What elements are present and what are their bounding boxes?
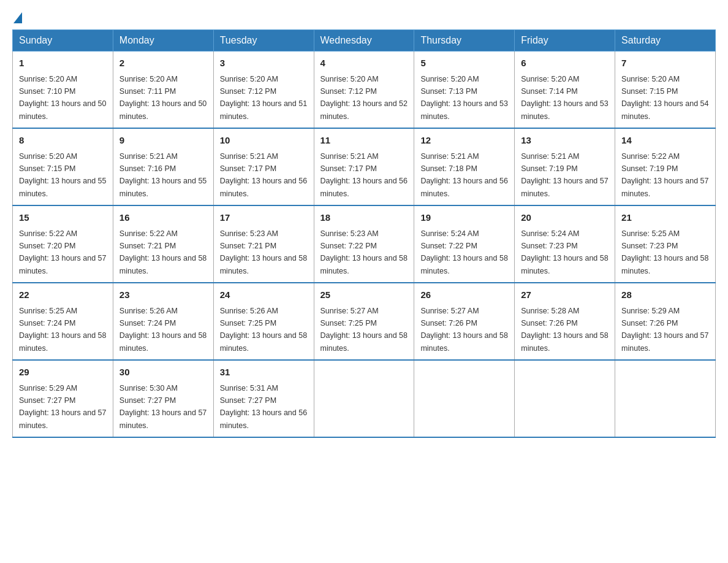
- day-info: Sunrise: 5:20 AMSunset: 7:12 PMDaylight:…: [220, 75, 307, 121]
- calendar-cell: 27 Sunrise: 5:28 AMSunset: 7:26 PMDaylig…: [515, 283, 615, 360]
- calendar-cell: 15 Sunrise: 5:22 AMSunset: 7:20 PMDaylig…: [13, 205, 113, 283]
- calendar-cell: 30 Sunrise: 5:30 AMSunset: 7:27 PMDaylig…: [113, 360, 213, 437]
- calendar-cell: 20 Sunrise: 5:24 AMSunset: 7:23 PMDaylig…: [515, 205, 615, 283]
- calendar-week-2: 8 Sunrise: 5:20 AMSunset: 7:15 PMDayligh…: [13, 128, 716, 205]
- day-number: 28: [621, 288, 709, 302]
- calendar-cell: 17 Sunrise: 5:23 AMSunset: 7:21 PMDaylig…: [213, 205, 314, 283]
- day-info: Sunrise: 5:24 AMSunset: 7:22 PMDaylight:…: [420, 229, 507, 275]
- day-info: Sunrise: 5:31 AMSunset: 7:27 PMDaylight:…: [220, 384, 307, 430]
- day-info: Sunrise: 5:26 AMSunset: 7:25 PMDaylight:…: [220, 307, 307, 353]
- day-info: Sunrise: 5:23 AMSunset: 7:22 PMDaylight:…: [320, 229, 408, 275]
- day-number: 12: [420, 134, 508, 148]
- calendar-week-4: 22 Sunrise: 5:25 AMSunset: 7:24 PMDaylig…: [13, 283, 716, 360]
- calendar-cell: 9 Sunrise: 5:21 AMSunset: 7:16 PMDayligh…: [113, 128, 213, 205]
- day-number: 20: [521, 211, 609, 225]
- calendar-cell: 31 Sunrise: 5:31 AMSunset: 7:27 PMDaylig…: [213, 360, 314, 437]
- calendar-cell: [615, 360, 716, 437]
- day-info: Sunrise: 5:30 AMSunset: 7:27 PMDaylight:…: [119, 384, 207, 430]
- day-number: 21: [621, 211, 709, 225]
- day-info: Sunrise: 5:20 AMSunset: 7:15 PMDaylight:…: [19, 152, 106, 198]
- header-tuesday: Tuesday: [213, 30, 314, 52]
- day-info: Sunrise: 5:22 AMSunset: 7:19 PMDaylight:…: [621, 152, 708, 198]
- day-info: Sunrise: 5:23 AMSunset: 7:21 PMDaylight:…: [220, 229, 307, 275]
- calendar-week-5: 29 Sunrise: 5:29 AMSunset: 7:27 PMDaylig…: [13, 360, 716, 437]
- day-number: 4: [320, 56, 408, 71]
- day-info: Sunrise: 5:21 AMSunset: 7:19 PMDaylight:…: [521, 152, 608, 198]
- day-info: Sunrise: 5:20 AMSunset: 7:11 PMDaylight:…: [119, 75, 207, 121]
- calendar-cell: 16 Sunrise: 5:22 AMSunset: 7:21 PMDaylig…: [113, 205, 213, 283]
- calendar-cell: 1 Sunrise: 5:20 AMSunset: 7:10 PMDayligh…: [13, 52, 113, 129]
- header-monday: Monday: [113, 30, 213, 52]
- calendar-cell: 19 Sunrise: 5:24 AMSunset: 7:22 PMDaylig…: [414, 205, 515, 283]
- day-info: Sunrise: 5:21 AMSunset: 7:16 PMDaylight:…: [119, 152, 207, 198]
- logo: [12, 12, 22, 23]
- day-info: Sunrise: 5:25 AMSunset: 7:24 PMDaylight:…: [19, 307, 106, 353]
- day-number: 1: [19, 56, 107, 71]
- calendar-cell: [515, 360, 615, 437]
- day-number: 25: [320, 288, 408, 302]
- calendar-cell: 26 Sunrise: 5:27 AMSunset: 7:26 PMDaylig…: [414, 283, 515, 360]
- calendar-cell: [414, 360, 515, 437]
- calendar-cell: 5 Sunrise: 5:20 AMSunset: 7:13 PMDayligh…: [414, 52, 515, 129]
- day-number: 18: [320, 211, 408, 225]
- day-info: Sunrise: 5:26 AMSunset: 7:24 PMDaylight:…: [119, 307, 207, 353]
- day-number: 17: [220, 211, 308, 225]
- calendar-week-3: 15 Sunrise: 5:22 AMSunset: 7:20 PMDaylig…: [13, 205, 716, 283]
- calendar-cell: 13 Sunrise: 5:21 AMSunset: 7:19 PMDaylig…: [515, 128, 615, 205]
- header-thursday: Thursday: [414, 30, 515, 52]
- day-number: 27: [521, 288, 609, 302]
- day-info: Sunrise: 5:24 AMSunset: 7:23 PMDaylight:…: [521, 229, 608, 275]
- day-number: 24: [220, 288, 308, 302]
- day-info: Sunrise: 5:21 AMSunset: 7:18 PMDaylight:…: [420, 152, 507, 198]
- day-info: Sunrise: 5:21 AMSunset: 7:17 PMDaylight:…: [320, 152, 408, 198]
- calendar-cell: 6 Sunrise: 5:20 AMSunset: 7:14 PMDayligh…: [515, 52, 615, 129]
- calendar-cell: 11 Sunrise: 5:21 AMSunset: 7:17 PMDaylig…: [314, 128, 414, 205]
- day-number: 22: [19, 288, 107, 302]
- day-number: 7: [621, 56, 709, 71]
- day-info: Sunrise: 5:20 AMSunset: 7:13 PMDaylight:…: [420, 75, 507, 121]
- header-friday: Friday: [515, 30, 615, 52]
- day-number: 14: [621, 134, 709, 148]
- day-number: 23: [119, 288, 207, 302]
- day-info: Sunrise: 5:20 AMSunset: 7:12 PMDaylight:…: [320, 75, 408, 121]
- day-number: 8: [19, 134, 107, 148]
- day-number: 2: [119, 56, 207, 71]
- calendar-cell: 2 Sunrise: 5:20 AMSunset: 7:11 PMDayligh…: [113, 52, 213, 129]
- calendar-cell: [314, 360, 414, 437]
- day-number: 31: [220, 366, 308, 380]
- day-number: 15: [19, 211, 107, 225]
- day-info: Sunrise: 5:20 AMSunset: 7:14 PMDaylight:…: [521, 75, 608, 121]
- calendar-cell: 24 Sunrise: 5:26 AMSunset: 7:25 PMDaylig…: [213, 283, 314, 360]
- calendar-table: SundayMondayTuesdayWednesdayThursdayFrid…: [12, 29, 716, 438]
- day-number: 26: [420, 288, 508, 302]
- day-number: 9: [119, 134, 207, 148]
- day-info: Sunrise: 5:28 AMSunset: 7:26 PMDaylight:…: [521, 307, 608, 353]
- header-sunday: Sunday: [13, 30, 113, 52]
- calendar-week-1: 1 Sunrise: 5:20 AMSunset: 7:10 PMDayligh…: [13, 52, 716, 129]
- page-header: [12, 12, 716, 23]
- calendar-cell: 18 Sunrise: 5:23 AMSunset: 7:22 PMDaylig…: [314, 205, 414, 283]
- day-number: 29: [19, 366, 107, 380]
- day-number: 30: [119, 366, 207, 380]
- header-saturday: Saturday: [615, 30, 716, 52]
- day-info: Sunrise: 5:20 AMSunset: 7:15 PMDaylight:…: [621, 75, 708, 121]
- day-info: Sunrise: 5:21 AMSunset: 7:17 PMDaylight:…: [220, 152, 307, 198]
- calendar-cell: 21 Sunrise: 5:25 AMSunset: 7:23 PMDaylig…: [615, 205, 716, 283]
- calendar-cell: 12 Sunrise: 5:21 AMSunset: 7:18 PMDaylig…: [414, 128, 515, 205]
- calendar-cell: 22 Sunrise: 5:25 AMSunset: 7:24 PMDaylig…: [13, 283, 113, 360]
- calendar-header-row: SundayMondayTuesdayWednesdayThursdayFrid…: [13, 30, 716, 52]
- calendar-cell: 3 Sunrise: 5:20 AMSunset: 7:12 PMDayligh…: [213, 52, 314, 129]
- day-info: Sunrise: 5:29 AMSunset: 7:27 PMDaylight:…: [19, 384, 106, 430]
- logo-triangle-icon: [13, 12, 22, 23]
- day-number: 13: [521, 134, 609, 148]
- calendar-cell: 7 Sunrise: 5:20 AMSunset: 7:15 PMDayligh…: [615, 52, 716, 129]
- calendar-cell: 23 Sunrise: 5:26 AMSunset: 7:24 PMDaylig…: [113, 283, 213, 360]
- calendar-cell: 8 Sunrise: 5:20 AMSunset: 7:15 PMDayligh…: [13, 128, 113, 205]
- calendar-cell: 10 Sunrise: 5:21 AMSunset: 7:17 PMDaylig…: [213, 128, 314, 205]
- day-number: 5: [420, 56, 508, 71]
- header-wednesday: Wednesday: [314, 30, 414, 52]
- day-number: 19: [420, 211, 508, 225]
- day-info: Sunrise: 5:27 AMSunset: 7:26 PMDaylight:…: [420, 307, 507, 353]
- day-number: 10: [220, 134, 308, 148]
- day-info: Sunrise: 5:25 AMSunset: 7:23 PMDaylight:…: [621, 229, 708, 275]
